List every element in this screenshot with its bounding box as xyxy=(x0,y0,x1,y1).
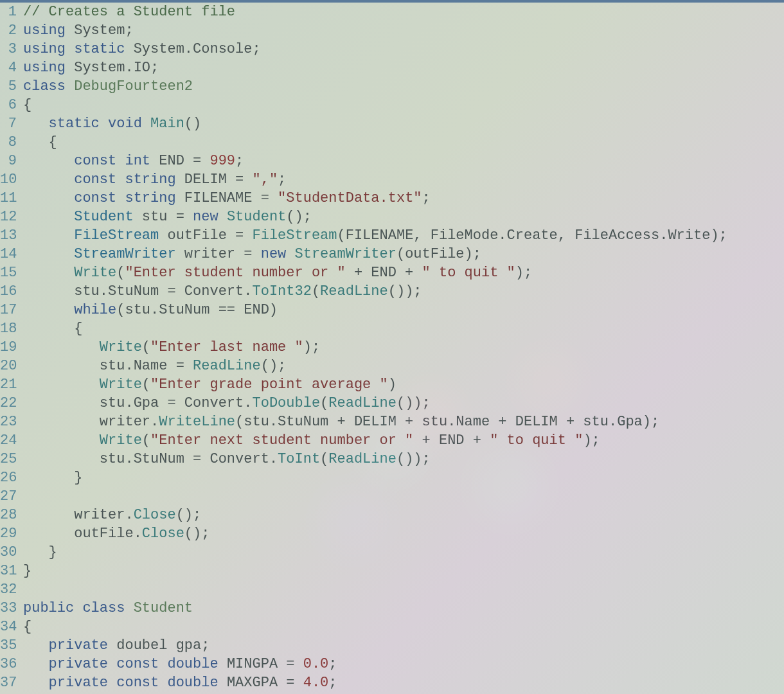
line-number: 20 xyxy=(0,357,17,375)
code-line[interactable]: stu.Gpa = Convert.ToDouble(ReadLine()); xyxy=(23,394,784,413)
code-token: static xyxy=(74,41,125,57)
code-line[interactable]: writer.WriteLine(stu.StuNum + DELIM + st… xyxy=(23,413,784,431)
code-line[interactable]: private const double MINGPA = 0.0; xyxy=(23,655,784,673)
code-token: "Enter grade point average " xyxy=(150,377,388,393)
code-line[interactable]: private doubel gpa; xyxy=(23,636,784,655)
code-line[interactable]: StreamWriter writer = new StreamWriter(o… xyxy=(23,245,784,263)
line-number: 17 xyxy=(0,301,17,319)
code-token: = xyxy=(278,656,303,672)
code-token: class xyxy=(23,78,66,94)
code-token: ); xyxy=(303,339,320,355)
code-line[interactable]: private const double MAXGPA = 4.0; xyxy=(23,673,784,692)
code-token: "StudentData.txt" xyxy=(278,190,422,206)
code-line[interactable]: } xyxy=(23,562,784,580)
code-token: string xyxy=(125,190,175,206)
line-number: 28 xyxy=(0,506,17,524)
code-editor[interactable]: 1234567891011121314151617181920212223242… xyxy=(0,3,784,694)
line-number: 32 xyxy=(0,580,17,599)
code-text-area[interactable]: // Creates a Student fileusing System;us… xyxy=(21,3,784,694)
code-token: ; xyxy=(252,41,260,57)
code-token: " to quit " xyxy=(490,432,583,449)
code-token: MINGPA xyxy=(227,656,278,672)
line-number: 35 xyxy=(0,636,17,655)
code-line[interactable] xyxy=(23,487,784,506)
code-token: const xyxy=(116,675,159,691)
code-line[interactable]: outFile.Close(); xyxy=(23,524,784,543)
code-line[interactable]: class DebugFourteen2 xyxy=(23,77,784,96)
code-token: Write xyxy=(100,339,142,355)
code-token: } xyxy=(23,563,31,579)
code-token: StreamWriter xyxy=(295,246,396,262)
code-line[interactable]: stu.StuNum = Convert.ToInt32(ReadLine())… xyxy=(23,282,784,301)
code-token xyxy=(176,190,184,206)
code-token: ; xyxy=(328,656,337,672)
code-line[interactable] xyxy=(23,580,784,599)
code-token: { xyxy=(23,97,31,113)
code-line[interactable]: { xyxy=(23,319,784,338)
code-token: ()); xyxy=(396,395,431,411)
code-token: = xyxy=(167,358,193,374)
code-token: ( xyxy=(320,451,328,467)
code-line[interactable]: Student stu = new Student(); xyxy=(23,208,784,226)
code-line[interactable]: { xyxy=(23,133,784,152)
code-token xyxy=(218,656,227,672)
line-number: 10 xyxy=(0,170,17,189)
code-line[interactable]: FileStream outFile = FileStream(FILENAME… xyxy=(23,226,784,245)
code-token: = xyxy=(278,675,303,691)
code-token: MAXGPA xyxy=(227,675,278,691)
code-token: Student xyxy=(227,209,286,225)
code-line[interactable]: using static System.Console; xyxy=(23,40,784,58)
code-token: public xyxy=(23,600,74,616)
line-number: 37 xyxy=(0,673,17,692)
code-token: ToDouble xyxy=(252,395,320,411)
code-line[interactable]: const string FILENAME = "StudentData.txt… xyxy=(23,189,784,208)
code-token: FileStream xyxy=(252,227,337,244)
code-line[interactable]: public class Student xyxy=(23,599,784,618)
code-line[interactable]: writer.Close(); xyxy=(23,506,784,524)
code-token: StreamWriter xyxy=(74,246,175,262)
code-line[interactable]: while(stu.StuNum == END) xyxy=(23,301,784,319)
code-line[interactable]: const int END = 999; xyxy=(23,152,784,170)
code-line[interactable]: using System; xyxy=(23,21,784,40)
line-number: 5 xyxy=(0,77,17,96)
code-line[interactable]: // Creates a Student file xyxy=(23,3,784,21)
code-token: outFile xyxy=(167,227,226,244)
code-token: void xyxy=(108,116,142,132)
line-number: 4 xyxy=(0,58,17,77)
code-line[interactable]: Write("Enter next student number or " + … xyxy=(23,431,784,450)
code-token: (FILENAME, FileMode.Create, FileAccess.W… xyxy=(337,227,727,244)
code-token: const xyxy=(74,190,116,206)
code-line[interactable]: const string DELIM = ","; xyxy=(23,170,784,189)
code-token: private xyxy=(49,675,108,691)
code-token: DELIM xyxy=(184,172,227,188)
line-number: 13 xyxy=(0,226,17,245)
code-token: } xyxy=(49,544,57,560)
line-number: 27 xyxy=(0,487,17,506)
code-token: using xyxy=(23,60,66,76)
code-line[interactable]: using System.IO; xyxy=(23,58,784,77)
code-token: doubel xyxy=(116,637,167,654)
code-line[interactable]: Write("Enter last name "); xyxy=(23,338,784,357)
code-token: "Enter student number or " xyxy=(125,265,345,281)
code-token: + END + xyxy=(413,432,490,449)
line-number-gutter: 1234567891011121314151617181920212223242… xyxy=(0,3,21,694)
code-line[interactable]: } xyxy=(23,543,784,562)
code-token: ; xyxy=(422,190,431,206)
code-line[interactable]: stu.StuNum = Convert.ToInt(ReadLine()); xyxy=(23,450,784,468)
code-token: ( xyxy=(142,432,150,449)
code-token: = xyxy=(159,395,184,411)
code-line[interactable]: { xyxy=(23,618,784,636)
code-token: double xyxy=(167,656,218,672)
code-token: 999 xyxy=(209,153,235,169)
code-line[interactable]: Write("Enter student number or " + END +… xyxy=(23,263,784,282)
code-token: { xyxy=(74,321,82,337)
code-line[interactable]: stu.Name = ReadLine(); xyxy=(23,357,784,375)
code-line[interactable]: Write("Enter grade point average ") xyxy=(23,375,784,394)
code-line[interactable]: static void Main() xyxy=(23,114,784,133)
code-token xyxy=(116,153,125,169)
code-line[interactable]: } xyxy=(23,468,784,487)
line-number: 29 xyxy=(0,524,17,543)
code-token: using xyxy=(23,22,66,39)
code-line[interactable]: { xyxy=(23,96,784,114)
code-token: private xyxy=(49,637,108,654)
